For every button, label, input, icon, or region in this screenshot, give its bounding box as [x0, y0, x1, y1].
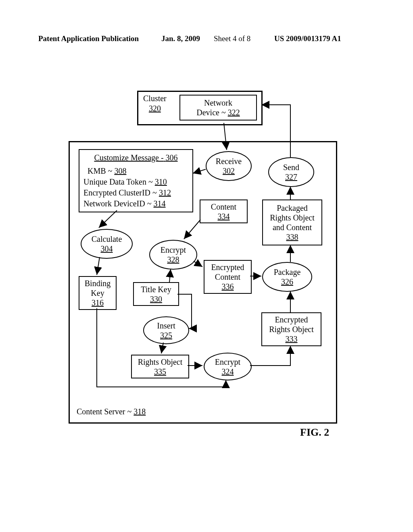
svg-line-10: [193, 169, 206, 173]
svg-line-8: [194, 261, 202, 267]
svg-line-5: [161, 343, 163, 353]
svg-line-0: [224, 123, 227, 150]
svg-line-6: [169, 269, 171, 282]
svg-line-11: [99, 210, 117, 228]
svg-line-12: [97, 257, 100, 275]
svg-line-7: [184, 220, 200, 239]
arrows-layer: [0, 0, 413, 532]
